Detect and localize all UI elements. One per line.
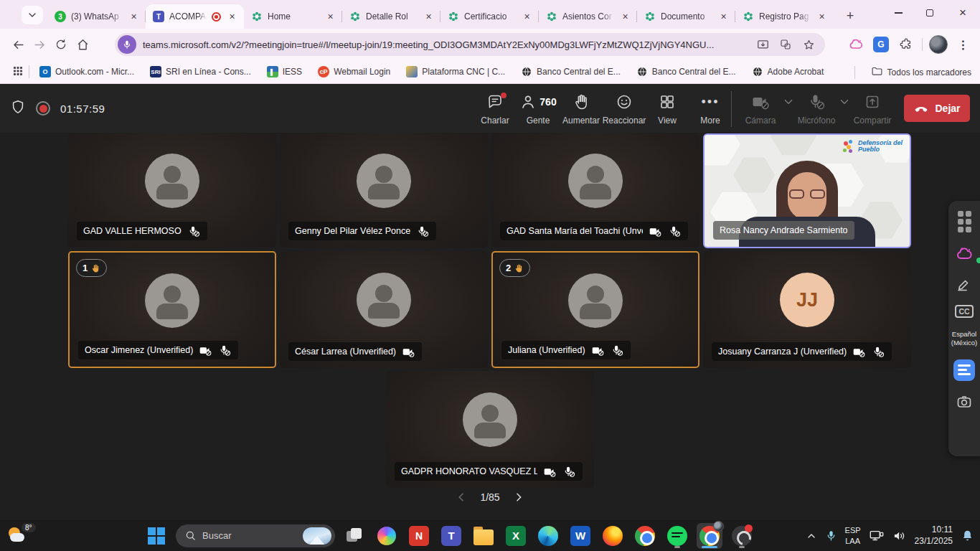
participant-tile[interactable]: César Larrea (Unverified): [280, 251, 488, 368]
tab-search-button[interactable]: [22, 6, 43, 24]
previous-page-button[interactable]: [456, 491, 467, 503]
close-icon[interactable]: ×: [619, 11, 631, 23]
volume-icon[interactable]: [892, 529, 907, 543]
close-icon[interactable]: ×: [226, 11, 238, 23]
network-icon[interactable]: [869, 528, 885, 544]
bookmark-webmail[interactable]: cPWebmail Login: [318, 66, 390, 77]
excel-button[interactable]: X: [503, 523, 529, 549]
chrome-button[interactable]: [632, 523, 658, 549]
bookmark-acrobat[interactable]: Adobe Acrobat: [752, 66, 824, 77]
close-icon[interactable]: ×: [521, 11, 533, 23]
window-restore-button[interactable]: [914, 0, 946, 26]
close-icon[interactable]: ×: [423, 11, 435, 23]
camera-options-chevron[interactable]: [782, 95, 795, 111]
highlighter-icon[interactable]: [953, 276, 975, 293]
next-page-button[interactable]: [513, 491, 524, 503]
mic-permission-icon[interactable]: [118, 35, 136, 54]
tab-certificacion[interactable]: Certificacio ×: [440, 4, 539, 29]
task-view-button[interactable]: [341, 523, 367, 549]
camera-button[interactable]: Cámara: [739, 90, 782, 126]
browser-menu-icon[interactable]: ⋮: [954, 35, 973, 54]
cast-icon[interactable]: [753, 35, 772, 54]
cloud-tool-icon[interactable]: [953, 245, 975, 263]
participant-video-tile-active-speaker[interactable]: Defensoría del Pueblo Rosa Nancy Andrade…: [703, 133, 911, 248]
obs-button[interactable]: [729, 523, 755, 549]
start-button[interactable]: [143, 523, 169, 549]
all-bookmarks-button[interactable]: Todos los marcadores: [871, 65, 971, 80]
tab-teams-meeting[interactable]: T ACOMPA ×: [146, 4, 244, 29]
address-bar[interactable]: teams.microsoft.com/v2/?meetingjoin=true…: [115, 33, 825, 56]
bookmark-outlook[interactable]: OOutlook.com - Micr...: [39, 66, 134, 77]
firefox-button[interactable]: [600, 523, 626, 549]
browser-profile-avatar[interactable]: [929, 35, 948, 54]
transcript-list-button[interactable]: [953, 359, 975, 381]
word-button[interactable]: W: [567, 523, 593, 549]
view-button[interactable]: View: [646, 90, 689, 126]
bookmark-sri[interactable]: SRISRI en Línea - Cons...: [150, 66, 251, 77]
bookmark-bce-1[interactable]: Banco Central del E...: [521, 66, 621, 77]
mic-options-chevron[interactable]: [838, 95, 851, 111]
apps-grid-icon[interactable]: [11, 65, 24, 80]
participant-tile[interactable]: JJ Josuany Carranza J (Unverified): [703, 251, 911, 368]
chrome-profile-button-active[interactable]: [697, 523, 722, 549]
forward-button[interactable]: [29, 34, 50, 55]
clock[interactable]: 10:1123/1/2025: [915, 524, 953, 547]
translate-extension-icon[interactable]: G: [872, 35, 890, 54]
pdf-app-button[interactable]: N: [406, 523, 432, 549]
share-button[interactable]: Compartir: [851, 90, 894, 126]
bookmark-cnc[interactable]: Plataforma CNC | C...: [406, 66, 505, 77]
mic-button[interactable]: Micrófono: [795, 90, 838, 126]
notification-bell-icon[interactable]: [961, 529, 974, 542]
weather-widget[interactable]: 8°: [7, 523, 36, 546]
participant-tile-hand-raised[interactable]: 2 Juliana (Unverified): [491, 251, 699, 368]
tab-documento[interactable]: Documento ×: [637, 4, 735, 29]
more-button[interactable]: ••• More: [689, 90, 732, 126]
tab-asientos[interactable]: Asientos Cor ×: [539, 4, 637, 29]
spotify-button[interactable]: [664, 523, 690, 549]
window-minimize-button[interactable]: [882, 0, 914, 26]
window-close-button[interactable]: ×: [947, 0, 979, 26]
reload-button[interactable]: [50, 34, 72, 55]
participant-tile[interactable]: GAD VALLE HERMOSO: [68, 133, 276, 248]
extensions-puzzle-icon[interactable]: [897, 35, 915, 54]
screenshot-camera-button[interactable]: [953, 393, 975, 410]
close-icon[interactable]: ×: [324, 11, 336, 23]
leave-button[interactable]: Dejar: [904, 95, 970, 122]
url-text[interactable]: teams.microsoft.com/v2/?meetingjoin=true…: [143, 39, 749, 50]
react-button[interactable]: Reaccionar: [603, 90, 646, 126]
tab-registro-pag[interactable]: Registro Pag ×: [735, 4, 834, 29]
close-icon[interactable]: ×: [717, 11, 730, 23]
close-icon[interactable]: ×: [128, 11, 140, 23]
bookmark-bce-2[interactable]: Banco Central del E...: [636, 66, 736, 77]
participant-tile[interactable]: GADPR HONORATO VASQUEZ LIC. VI...: [386, 371, 594, 488]
bookmark-star-icon[interactable]: [799, 35, 818, 54]
tray-overflow-chevron[interactable]: [806, 530, 817, 542]
copilot-button[interactable]: [374, 523, 400, 549]
participant-tile-hand-raised[interactable]: 1 Oscar Jimenez (Unverified): [68, 251, 276, 368]
chat-button[interactable]: Charlar: [473, 90, 517, 126]
mic-in-use-icon[interactable]: [825, 529, 837, 542]
file-explorer-button[interactable]: [471, 523, 496, 549]
captions-button[interactable]: CC: [953, 305, 975, 318]
participant-tile[interactable]: Genny Del Pilar Vélez Ponce: [280, 133, 488, 248]
back-button[interactable]: [7, 34, 29, 55]
people-button[interactable]: 760 Gente: [517, 90, 560, 126]
edge-button[interactable]: [535, 523, 561, 549]
new-tab-button[interactable]: +: [841, 6, 859, 25]
search-highlight-image[interactable]: [303, 527, 331, 545]
panel-drag-handle[interactable]: [953, 211, 975, 232]
taskbar-search[interactable]: Buscar: [176, 524, 335, 547]
tab-home[interactable]: Home ×: [244, 4, 342, 29]
translate-icon[interactable]: [776, 35, 795, 54]
teams-app-button[interactable]: T: [438, 523, 464, 549]
tab-detalle-rol[interactable]: Detalle Rol ×: [342, 4, 440, 29]
bookmark-iess[interactable]: ▌IESS: [267, 66, 302, 77]
raise-hand-button[interactable]: Aumentar: [560, 90, 603, 126]
close-icon[interactable]: ×: [816, 11, 828, 23]
tab-whatsapp[interactable]: 3 (3) WhatsAp ×: [47, 4, 146, 29]
home-button[interactable]: [72, 34, 93, 55]
weather-extension-icon[interactable]: [847, 35, 865, 54]
language-indicator[interactable]: ESPLAA: [845, 525, 861, 546]
tab-title: Asientos Cor: [562, 11, 614, 22]
participant-tile[interactable]: GAD Santa María del Toachi (Unverifi...: [491, 133, 699, 248]
